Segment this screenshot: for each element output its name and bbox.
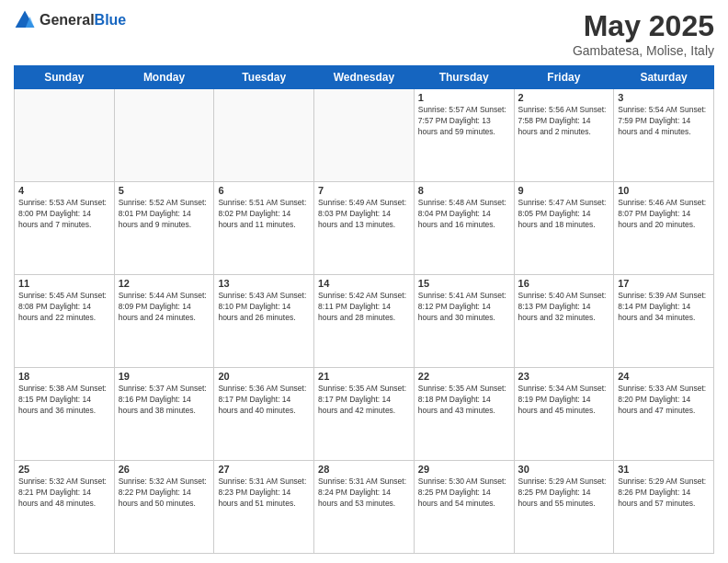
day-info: Sunrise: 5:57 AM Sunset: 7:57 PM Dayligh…	[418, 105, 510, 138]
day-number: 27	[218, 464, 310, 475]
calendar-week-row: 1Sunrise: 5:57 AM Sunset: 7:57 PM Daylig…	[15, 89, 714, 182]
col-tuesday: Tuesday	[214, 66, 314, 89]
table-row: 3Sunrise: 5:54 AM Sunset: 7:59 PM Daylig…	[614, 89, 714, 182]
table-row: 15Sunrise: 5:41 AM Sunset: 8:12 PM Dayli…	[414, 275, 514, 368]
day-number: 16	[518, 278, 610, 289]
table-row	[114, 89, 214, 182]
calendar-header-row: Sunday Monday Tuesday Wednesday Thursday…	[15, 66, 714, 89]
table-row: 12Sunrise: 5:44 AM Sunset: 8:09 PM Dayli…	[114, 275, 214, 368]
col-monday: Monday	[114, 66, 214, 89]
page: GeneralBlue May 2025 Gambatesa, Molise, …	[0, 0, 728, 563]
table-row: 4Sunrise: 5:53 AM Sunset: 8:00 PM Daylig…	[15, 182, 115, 275]
day-info: Sunrise: 5:37 AM Sunset: 8:16 PM Dayligh…	[119, 384, 210, 417]
day-info: Sunrise: 5:47 AM Sunset: 8:05 PM Dayligh…	[518, 198, 610, 231]
day-info: Sunrise: 5:46 AM Sunset: 8:07 PM Dayligh…	[618, 198, 710, 231]
table-row: 31Sunrise: 5:29 AM Sunset: 8:26 PM Dayli…	[614, 461, 714, 554]
table-row: 26Sunrise: 5:32 AM Sunset: 8:22 PM Dayli…	[114, 461, 214, 554]
col-friday: Friday	[514, 66, 614, 89]
day-info: Sunrise: 5:30 AM Sunset: 8:25 PM Dayligh…	[418, 477, 510, 510]
col-sunday: Sunday	[15, 66, 115, 89]
day-info: Sunrise: 5:53 AM Sunset: 8:00 PM Dayligh…	[18, 198, 110, 231]
day-number: 6	[218, 185, 310, 196]
day-number: 3	[618, 92, 710, 103]
title-location: Gambatesa, Molise, Italy	[573, 43, 714, 58]
table-row: 19Sunrise: 5:37 AM Sunset: 8:16 PM Dayli…	[114, 368, 214, 461]
table-row: 20Sunrise: 5:36 AM Sunset: 8:17 PM Dayli…	[214, 368, 314, 461]
day-info: Sunrise: 5:42 AM Sunset: 8:11 PM Dayligh…	[318, 291, 410, 324]
day-info: Sunrise: 5:52 AM Sunset: 8:01 PM Dayligh…	[119, 198, 210, 231]
table-row: 22Sunrise: 5:35 AM Sunset: 8:18 PM Dayli…	[414, 368, 514, 461]
day-number: 5	[119, 185, 210, 196]
day-info: Sunrise: 5:35 AM Sunset: 8:17 PM Dayligh…	[318, 384, 410, 417]
table-row: 7Sunrise: 5:49 AM Sunset: 8:03 PM Daylig…	[314, 182, 415, 275]
col-saturday: Saturday	[614, 66, 714, 89]
table-row: 23Sunrise: 5:34 AM Sunset: 8:19 PM Dayli…	[514, 368, 614, 461]
day-info: Sunrise: 5:33 AM Sunset: 8:20 PM Dayligh…	[618, 384, 710, 417]
table-row: 13Sunrise: 5:43 AM Sunset: 8:10 PM Dayli…	[214, 275, 314, 368]
title-month: May 2025	[573, 9, 714, 43]
day-number: 2	[518, 92, 610, 103]
col-wednesday: Wednesday	[314, 66, 415, 89]
day-info: Sunrise: 5:54 AM Sunset: 7:59 PM Dayligh…	[618, 105, 710, 138]
day-number: 29	[418, 464, 510, 475]
day-number: 28	[318, 464, 410, 475]
calendar-table: Sunday Monday Tuesday Wednesday Thursday…	[14, 65, 714, 554]
day-number: 8	[418, 185, 510, 196]
day-number: 15	[418, 278, 510, 289]
day-number: 12	[119, 278, 210, 289]
table-row: 27Sunrise: 5:31 AM Sunset: 8:23 PM Dayli…	[214, 461, 314, 554]
calendar-week-row: 4Sunrise: 5:53 AM Sunset: 8:00 PM Daylig…	[15, 182, 714, 275]
title-block: May 2025 Gambatesa, Molise, Italy	[573, 9, 714, 58]
day-number: 9	[518, 185, 610, 196]
day-info: Sunrise: 5:41 AM Sunset: 8:12 PM Dayligh…	[418, 291, 510, 324]
logo: GeneralBlue	[14, 9, 126, 31]
day-number: 10	[618, 185, 710, 196]
day-info: Sunrise: 5:32 AM Sunset: 8:22 PM Dayligh…	[119, 477, 210, 510]
calendar-week-row: 18Sunrise: 5:38 AM Sunset: 8:15 PM Dayli…	[15, 368, 714, 461]
day-number: 25	[18, 464, 110, 475]
table-row: 21Sunrise: 5:35 AM Sunset: 8:17 PM Dayli…	[314, 368, 415, 461]
day-info: Sunrise: 5:32 AM Sunset: 8:21 PM Dayligh…	[18, 477, 110, 510]
day-info: Sunrise: 5:29 AM Sunset: 8:25 PM Dayligh…	[518, 477, 610, 510]
day-number: 22	[418, 371, 510, 382]
day-number: 13	[218, 278, 310, 289]
day-number: 1	[418, 92, 510, 103]
logo-general: General	[40, 12, 95, 28]
header: GeneralBlue May 2025 Gambatesa, Molise, …	[14, 9, 714, 58]
day-number: 31	[618, 464, 710, 475]
table-row: 16Sunrise: 5:40 AM Sunset: 8:13 PM Dayli…	[514, 275, 614, 368]
day-info: Sunrise: 5:39 AM Sunset: 8:14 PM Dayligh…	[618, 291, 710, 324]
table-row: 11Sunrise: 5:45 AM Sunset: 8:08 PM Dayli…	[15, 275, 115, 368]
day-info: Sunrise: 5:29 AM Sunset: 8:26 PM Dayligh…	[618, 477, 710, 510]
calendar-week-row: 11Sunrise: 5:45 AM Sunset: 8:08 PM Dayli…	[15, 275, 714, 368]
day-info: Sunrise: 5:43 AM Sunset: 8:10 PM Dayligh…	[218, 291, 310, 324]
table-row: 28Sunrise: 5:31 AM Sunset: 8:24 PM Dayli…	[314, 461, 415, 554]
table-row: 10Sunrise: 5:46 AM Sunset: 8:07 PM Dayli…	[614, 182, 714, 275]
day-info: Sunrise: 5:38 AM Sunset: 8:15 PM Dayligh…	[18, 384, 110, 417]
table-row	[214, 89, 314, 182]
logo-blue: Blue	[95, 12, 127, 28]
day-number: 11	[18, 278, 110, 289]
day-number: 7	[318, 185, 410, 196]
calendar-week-row: 25Sunrise: 5:32 AM Sunset: 8:21 PM Dayli…	[15, 461, 714, 554]
day-info: Sunrise: 5:35 AM Sunset: 8:18 PM Dayligh…	[418, 384, 510, 417]
table-row: 9Sunrise: 5:47 AM Sunset: 8:05 PM Daylig…	[514, 182, 614, 275]
table-row	[15, 89, 115, 182]
table-row	[314, 89, 415, 182]
table-row: 18Sunrise: 5:38 AM Sunset: 8:15 PM Dayli…	[15, 368, 115, 461]
table-row: 30Sunrise: 5:29 AM Sunset: 8:25 PM Dayli…	[514, 461, 614, 554]
table-row: 1Sunrise: 5:57 AM Sunset: 7:57 PM Daylig…	[414, 89, 514, 182]
day-info: Sunrise: 5:45 AM Sunset: 8:08 PM Dayligh…	[18, 291, 110, 324]
table-row: 6Sunrise: 5:51 AM Sunset: 8:02 PM Daylig…	[214, 182, 314, 275]
day-number: 21	[318, 371, 410, 382]
table-row: 24Sunrise: 5:33 AM Sunset: 8:20 PM Dayli…	[614, 368, 714, 461]
table-row: 17Sunrise: 5:39 AM Sunset: 8:14 PM Dayli…	[614, 275, 714, 368]
day-info: Sunrise: 5:31 AM Sunset: 8:24 PM Dayligh…	[318, 477, 410, 510]
day-info: Sunrise: 5:49 AM Sunset: 8:03 PM Dayligh…	[318, 198, 410, 231]
table-row: 8Sunrise: 5:48 AM Sunset: 8:04 PM Daylig…	[414, 182, 514, 275]
day-info: Sunrise: 5:31 AM Sunset: 8:23 PM Dayligh…	[218, 477, 310, 510]
day-number: 30	[518, 464, 610, 475]
day-number: 4	[18, 185, 110, 196]
day-number: 26	[119, 464, 210, 475]
table-row: 29Sunrise: 5:30 AM Sunset: 8:25 PM Dayli…	[414, 461, 514, 554]
